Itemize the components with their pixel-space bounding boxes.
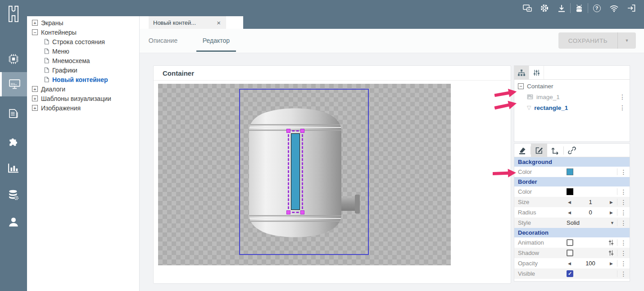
kebab-menu-icon[interactable]: ⋮: [617, 199, 630, 205]
tab-editor[interactable]: Редактор: [193, 29, 240, 52]
tree-item-screens[interactable]: + Экраны: [27, 18, 139, 27]
download-icon[interactable]: [553, 0, 570, 16]
object-tree-item-image[interactable]: image_1 ⋮: [514, 91, 630, 102]
user-icon[interactable]: [0, 210, 27, 234]
tune-settings-icon[interactable]: [608, 250, 614, 257]
resize-handle-top-left[interactable]: [286, 129, 290, 133]
animation-checkbox[interactable]: [567, 239, 573, 246]
tune-settings-icon[interactable]: [608, 240, 614, 247]
tree-item-new-container[interactable]: Новый контейнер: [27, 75, 139, 84]
border-radius-value[interactable]: 0: [589, 209, 592, 216]
shadow-checkbox[interactable]: [567, 250, 573, 256]
document-icon: [44, 48, 49, 54]
collapse-icon[interactable]: −: [32, 29, 38, 35]
collapse-icon[interactable]: −: [518, 83, 524, 89]
tree-item-label: Графики: [52, 67, 77, 74]
tree-item-label: Шаблоны визуализации: [41, 95, 111, 102]
document-icon: [44, 58, 49, 64]
tree-item-images[interactable]: + Изображения: [27, 103, 139, 113]
decrement-icon[interactable]: ◀: [567, 210, 572, 215]
row-opacity: Opacity ◀ 100 ▶ ⋮: [514, 258, 630, 268]
style-marker-icon[interactable]: [514, 144, 531, 157]
decrement-icon[interactable]: ◀: [567, 200, 572, 205]
save-button[interactable]: СОХРАНИТЬ ▼: [558, 32, 636, 49]
database-icon[interactable]: [0, 183, 27, 207]
kebab-menu-icon[interactable]: ⋮: [617, 209, 630, 216]
tab-description[interactable]: Описание: [140, 29, 186, 52]
object-tree-item-rectangle[interactable]: ▽ rectangle_1 ⋮: [514, 102, 630, 113]
tank-image[interactable]: [249, 108, 362, 239]
sliders-icon: [533, 69, 540, 76]
help-icon[interactable]: ?: [588, 0, 605, 16]
tab-editor-label: Редактор: [203, 37, 230, 44]
kebab-menu-icon[interactable]: ⋮: [617, 239, 630, 246]
android-icon[interactable]: [571, 0, 588, 16]
visible-checkbox[interactable]: ✓: [567, 270, 573, 277]
plugins-icon[interactable]: [0, 129, 27, 153]
move-resize-icon[interactable]: [547, 144, 563, 157]
kebab-menu-icon[interactable]: ⋮: [617, 260, 630, 267]
wifi-icon[interactable]: [605, 0, 622, 16]
kebab-menu-icon[interactable]: ⋮: [617, 188, 630, 195]
container-editor-card: Container: [153, 65, 511, 284]
save-dropdown-caret[interactable]: ▼: [618, 38, 636, 43]
kebab-menu-icon[interactable]: ⋮: [618, 102, 627, 113]
save-button-label: СОХРАНИТЬ: [558, 37, 617, 44]
screens-monitor-icon[interactable]: [0, 72, 27, 96]
hierarchy-tab[interactable]: [514, 66, 529, 79]
expand-icon[interactable]: +: [32, 95, 38, 101]
tree-item-containers[interactable]: − Контейнеры: [27, 27, 139, 37]
expand-icon[interactable]: +: [32, 105, 38, 111]
resize-handle-bottom-right[interactable]: [300, 210, 304, 214]
row-border-color: Color ⋮: [514, 186, 630, 197]
object-tree-root[interactable]: − Container: [514, 81, 630, 91]
property-label: Shadow: [514, 250, 539, 256]
increment-icon[interactable]: ▶: [608, 210, 614, 215]
design-canvas[interactable]: [158, 84, 451, 265]
settings-gear-icon[interactable]: [536, 0, 553, 16]
link-binding-icon[interactable]: [564, 144, 580, 157]
document-tabstrip: Новый контей... ×: [140, 16, 644, 29]
increment-icon[interactable]: ▶: [608, 200, 614, 205]
document-tab[interactable]: Новый контей... ×: [149, 16, 226, 29]
resize-handle-top-right[interactable]: [300, 129, 304, 133]
tree-item-status-bar[interactable]: Строка состояния: [27, 37, 139, 46]
documents-icon[interactable]: [0, 102, 27, 126]
devices-cast-icon[interactable]: [519, 0, 536, 16]
resize-handle-bottom-left[interactable]: [286, 210, 290, 214]
increment-icon[interactable]: ▶: [608, 261, 614, 266]
settings-sliders-tab[interactable]: [529, 66, 544, 79]
expand-icon[interactable]: +: [32, 20, 38, 26]
border-style-select[interactable]: Solid ▼: [567, 219, 614, 226]
kebab-menu-icon[interactable]: ⋮: [618, 91, 627, 102]
object-tree-item-label: image_1: [536, 94, 560, 100]
chip-icon[interactable]: [0, 47, 27, 71]
tree-item-mnemoscheme[interactable]: Мнемосхема: [27, 56, 139, 65]
border-size-value[interactable]: 1: [589, 199, 592, 205]
opacity-value[interactable]: 100: [585, 260, 595, 267]
tree-item-menu[interactable]: Меню: [27, 46, 139, 56]
logout-icon[interactable]: [622, 0, 639, 16]
expand-icon[interactable]: +: [32, 86, 38, 92]
close-icon[interactable]: ×: [216, 19, 222, 27]
charts-icon[interactable]: [0, 156, 27, 180]
kebab-menu-icon[interactable]: ⋮: [617, 219, 630, 226]
property-label: Radius: [514, 209, 536, 216]
edit-properties-icon[interactable]: [531, 144, 547, 157]
background-color-swatch[interactable]: [567, 168, 573, 175]
tree-item-visualization-templates[interactable]: + Шаблоны визуализации: [27, 94, 139, 103]
document-icon: [44, 67, 49, 73]
border-color-swatch[interactable]: [567, 188, 573, 195]
kebab-menu-icon[interactable]: ⋮: [617, 270, 630, 277]
kebab-menu-icon[interactable]: ⋮: [617, 250, 630, 256]
decrement-icon[interactable]: ◀: [567, 261, 572, 266]
kebab-menu-icon[interactable]: ⋮: [617, 168, 630, 175]
tree-item-label: Новый контейнер: [52, 76, 108, 83]
object-tree-tabs: [514, 66, 630, 80]
tree-item-dialogs[interactable]: + Диалоги: [27, 84, 139, 94]
row-border-style: Style Solid ▼ ⋮: [514, 218, 630, 228]
row-shadow: Shadow ⋮: [514, 248, 630, 258]
tree-item-charts[interactable]: Графики: [27, 65, 139, 75]
row-animation: Animation ⋮: [514, 237, 630, 248]
tab-description-label: Описание: [149, 37, 177, 44]
